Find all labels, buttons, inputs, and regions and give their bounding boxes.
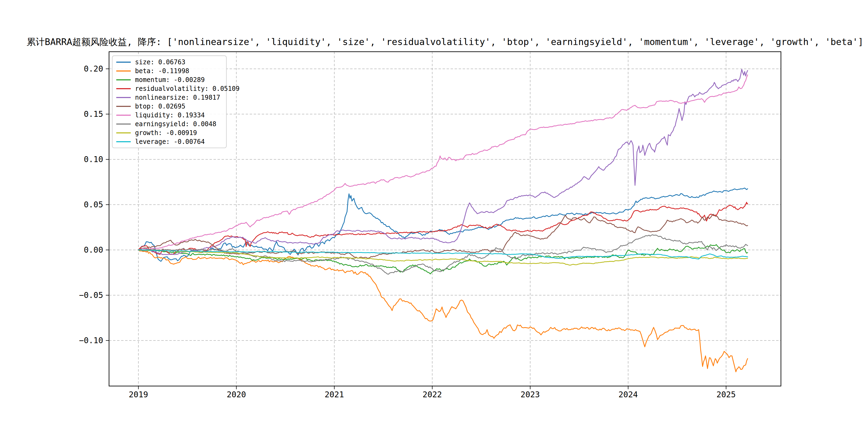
legend-label: liquidity: 0.19334	[135, 112, 205, 119]
legend-line-swatch	[116, 97, 131, 98]
y-tick-label: 0.15	[84, 109, 103, 119]
y-tick-label: −0.05	[79, 290, 103, 300]
legend-label: momentum: -0.00289	[135, 76, 205, 84]
x-tick-label: 2024	[619, 390, 638, 399]
legend-label: leverage: -0.00764	[135, 138, 205, 146]
y-tick-label: −0.10	[79, 336, 103, 345]
legend-item: momentum: -0.00289	[113, 75, 226, 84]
legend-item: leverage: -0.00764	[113, 137, 226, 146]
y-tick-label: 0.00	[84, 245, 103, 254]
legend-label: earningsyield: 0.0048	[135, 120, 216, 128]
legend-line-swatch	[116, 141, 131, 142]
legend-label: nonlinearsize: 0.19817	[135, 94, 220, 101]
x-tick-label: 2019	[129, 390, 148, 399]
legend-line-swatch	[116, 124, 131, 125]
legend-line-swatch	[116, 62, 131, 63]
legend-item: nonlinearsize: 0.19817	[113, 93, 226, 102]
legend-item: earningsyield: 0.0048	[113, 120, 226, 128]
series-line-beta	[138, 250, 748, 372]
y-tick-label: 0.20	[84, 64, 103, 73]
legend-label: beta: -0.11998	[135, 67, 189, 75]
x-tick-label: 2022	[423, 390, 442, 399]
legend-item: beta: -0.11998	[113, 67, 226, 75]
x-tick-label: 2021	[325, 390, 344, 399]
x-tick-label: 2023	[521, 390, 540, 399]
series-line-nonlinearsize	[138, 69, 748, 255]
legend-line-swatch	[116, 115, 131, 116]
y-tick-label: 0.05	[84, 200, 103, 209]
y-tick-label: 0.10	[84, 155, 103, 164]
series-lines	[138, 69, 748, 372]
legend-line-swatch	[116, 79, 131, 81]
legend-item: growth: -0.00919	[113, 129, 226, 137]
legend-item: btop: 0.02695	[113, 102, 226, 111]
legend-label: btop: 0.02695	[135, 103, 185, 110]
legend-item: liquidity: 0.19334	[113, 111, 226, 120]
x-tick-label: 2020	[227, 390, 246, 399]
legend-line-swatch	[116, 88, 131, 89]
legend-line-swatch	[116, 70, 131, 71]
legend-label: residualvolatility: 0.05109	[135, 85, 240, 92]
legend-line-swatch	[116, 132, 131, 133]
legend-label: size: 0.06763	[135, 58, 185, 66]
legend-item: residualvolatility: 0.05109	[113, 84, 226, 93]
series-line-liquidity	[138, 75, 748, 250]
chart-title: 累计BARRA超额风险收益, 降序: ['nonlinearsize', 'li…	[27, 36, 863, 47]
legend: size: 0.06763beta: -0.11998momentum: -0.…	[112, 56, 227, 148]
legend-label: growth: -0.00919	[135, 129, 197, 136]
x-tick-label: 2025	[716, 390, 736, 399]
legend-line-swatch	[116, 106, 131, 107]
figure-canvas: 累计BARRA超额风险收益, 降序: ['nonlinearsize', 'li…	[0, 0, 868, 434]
legend-item: size: 0.06763	[113, 58, 226, 66]
